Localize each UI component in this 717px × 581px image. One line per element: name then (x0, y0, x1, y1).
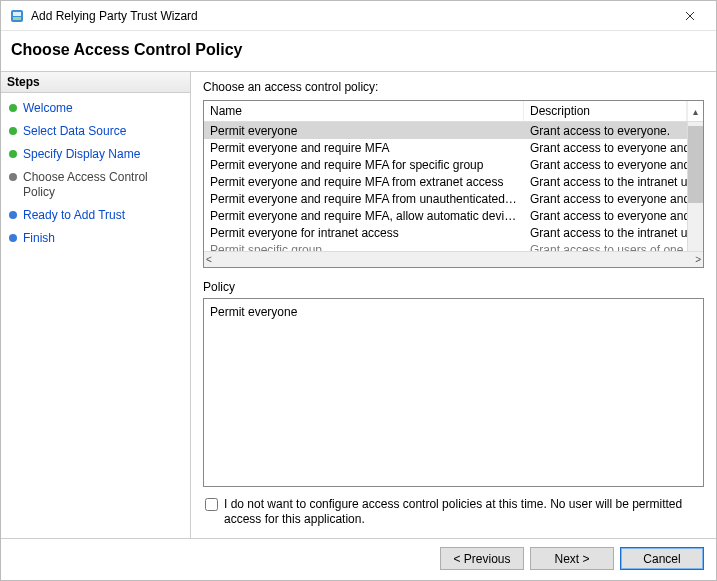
policy-name: Permit everyone and require MFA from una… (204, 192, 524, 206)
policy-detail-box: Permit everyone (203, 298, 704, 487)
policy-description: Grant access to everyone and requir (524, 209, 687, 223)
step-label: Ready to Add Trust (23, 208, 125, 223)
policy-row[interactable]: Permit specific groupGrant access to use… (204, 241, 687, 251)
steps-pane: Steps WelcomeSelect Data SourceSpecify D… (1, 72, 191, 538)
step-label: Finish (23, 231, 55, 246)
horizontal-scrollbar[interactable]: < > (204, 251, 703, 267)
policy-description: Grant access to everyone and requir (524, 158, 687, 172)
policy-row[interactable]: Permit everyone for intranet accessGrant… (204, 224, 687, 241)
content-pane: Choose an access control policy: Name De… (191, 72, 716, 538)
policy-name: Permit everyone for intranet access (204, 226, 524, 240)
step-select-data-source[interactable]: Select Data Source (3, 120, 188, 143)
page-header: Choose Access Control Policy (1, 31, 716, 71)
svg-rect-2 (13, 17, 21, 20)
step-label: Welcome (23, 101, 73, 116)
step-bullet-icon (9, 234, 17, 242)
skip-config-label: I do not want to configure access contro… (224, 497, 702, 528)
step-bullet-icon (9, 173, 17, 181)
svg-rect-1 (13, 12, 21, 16)
policy-description: Grant access to users of one or more (524, 243, 687, 252)
step-choose-access-control-policy: Choose Access Control Policy (3, 166, 188, 204)
policy-rows: Permit everyoneGrant access to everyone.… (204, 122, 687, 251)
close-button[interactable] (670, 2, 710, 30)
steps-list: WelcomeSelect Data SourceSpecify Display… (1, 93, 190, 254)
policy-row[interactable]: Permit everyone and require MFA from una… (204, 190, 687, 207)
policy-name: Permit specific group (204, 243, 524, 252)
window-title: Add Relying Party Trust Wizard (31, 9, 670, 23)
steps-heading: Steps (1, 72, 190, 93)
step-finish[interactable]: Finish (3, 227, 188, 250)
policy-description: Grant access to everyone and requir (524, 192, 687, 206)
page-title: Choose Access Control Policy (11, 41, 706, 59)
policy-name: Permit everyone (204, 124, 524, 138)
skip-config-checkbox[interactable] (205, 498, 218, 511)
vertical-scrollbar[interactable] (687, 122, 703, 251)
policy-row[interactable]: Permit everyone and require MFAGrant acc… (204, 139, 687, 156)
step-bullet-icon (9, 150, 17, 158)
wizard-window: Add Relying Party Trust Wizard Choose Ac… (0, 0, 717, 581)
step-bullet-icon (9, 127, 17, 135)
titlebar: Add Relying Party Trust Wizard (1, 1, 716, 31)
step-bullet-icon (9, 104, 17, 112)
scroll-right-icon[interactable]: > (695, 254, 701, 265)
step-label: Choose Access Control Policy (23, 170, 182, 200)
scrollbar-thumb[interactable] (688, 126, 703, 203)
step-label: Specify Display Name (23, 147, 140, 162)
column-header-name[interactable]: Name (204, 101, 524, 121)
policy-name: Permit everyone and require MFA (204, 141, 524, 155)
policy-row[interactable]: Permit everyone and require MFA for spec… (204, 156, 687, 173)
policy-detail-text: Permit everyone (210, 305, 697, 319)
scroll-left-icon[interactable]: < (206, 254, 212, 265)
step-specify-display-name[interactable]: Specify Display Name (3, 143, 188, 166)
app-icon (9, 8, 25, 24)
cancel-button[interactable]: Cancel (620, 547, 704, 570)
policy-row[interactable]: Permit everyone and require MFA, allow a… (204, 207, 687, 224)
policy-name: Permit everyone and require MFA from ext… (204, 175, 524, 189)
policy-name: Permit everyone and require MFA, allow a… (204, 209, 524, 223)
step-ready-to-add-trust[interactable]: Ready to Add Trust (3, 204, 188, 227)
step-welcome[interactable]: Welcome (3, 97, 188, 120)
step-bullet-icon (9, 211, 17, 219)
step-label: Select Data Source (23, 124, 126, 139)
policy-detail-label: Policy (203, 280, 704, 294)
policy-description: Grant access to everyone. (524, 124, 687, 138)
body: Steps WelcomeSelect Data SourceSpecify D… (1, 71, 716, 539)
policy-row[interactable]: Permit everyone and require MFA from ext… (204, 173, 687, 190)
policy-name: Permit everyone and require MFA for spec… (204, 158, 524, 172)
previous-button[interactable]: < Previous (440, 547, 524, 570)
column-header-description[interactable]: Description (524, 101, 687, 121)
policy-list[interactable]: Name Description ▴ Permit everyoneGrant … (203, 100, 704, 268)
policy-description: Grant access to the intranet users. (524, 226, 687, 240)
next-button[interactable]: Next > (530, 547, 614, 570)
policy-row[interactable]: Permit everyoneGrant access to everyone. (204, 122, 687, 139)
choose-policy-label: Choose an access control policy: (203, 80, 704, 94)
footer: < Previous Next > Cancel (1, 539, 716, 580)
skip-config-row[interactable]: I do not want to configure access contro… (203, 487, 704, 532)
policy-list-header: Name Description ▴ (204, 101, 703, 122)
scroll-up-icon[interactable]: ▴ (687, 101, 703, 121)
policy-description: Grant access to everyone and requir (524, 141, 687, 155)
policy-description: Grant access to the intranet users an (524, 175, 687, 189)
